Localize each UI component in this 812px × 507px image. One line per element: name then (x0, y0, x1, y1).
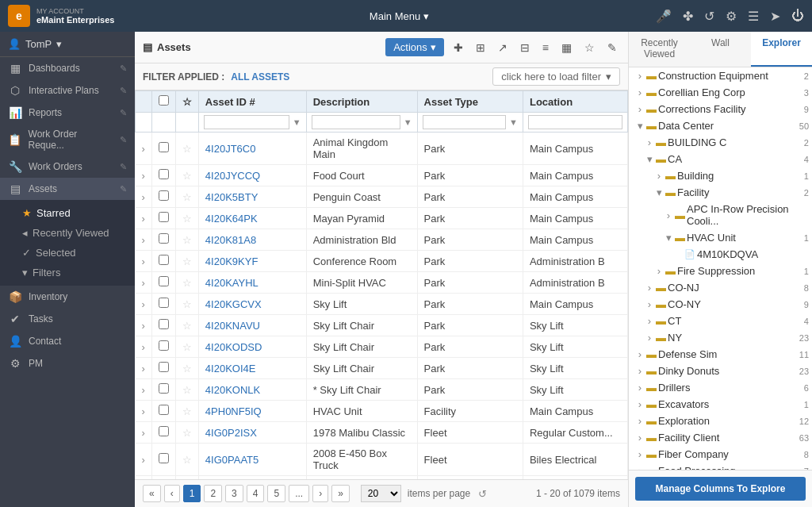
power-icon[interactable]: ⏻ (791, 9, 804, 23)
row-expand[interactable]: › (136, 133, 152, 165)
row-star[interactable]: ☆ (175, 379, 198, 401)
row-checkbox[interactable] (159, 362, 169, 372)
prev-page-button[interactable]: ‹ (164, 485, 180, 502)
col-location-header[interactable]: Location (523, 91, 627, 113)
row-asset-id[interactable]: 4I20KOI4E (198, 358, 306, 379)
row-asset-id[interactable]: 4I20KAYHL (198, 272, 306, 294)
filter-funnel-icon[interactable]: ▼ (293, 117, 301, 127)
page-3-button[interactable]: 3 (225, 485, 243, 502)
sidebar-item-tasks[interactable]: ✔ Tasks (0, 308, 135, 330)
col-asset-id-header[interactable]: Asset ID # (198, 91, 306, 113)
refresh-icon[interactable]: ↺ (478, 488, 487, 500)
row-expand[interactable]: › (136, 401, 152, 422)
col-description-header[interactable]: Description (306, 91, 417, 113)
page-4-button[interactable]: 4 (247, 485, 265, 502)
row-checkbox-cell[interactable] (151, 401, 175, 422)
row-checkbox[interactable] (159, 383, 169, 394)
star-icon[interactable]: ☆ (581, 40, 598, 56)
columns-icon[interactable]: ≡ (539, 40, 552, 56)
tree-item[interactable]: ▾▬HVAC Unit 1 (629, 229, 812, 246)
row-star[interactable]: ☆ (175, 358, 198, 379)
row-expand[interactable]: › (136, 336, 152, 358)
sidebar-item-pm[interactable]: ⚙ PM (0, 352, 135, 374)
page-1-button[interactable]: 1 (183, 485, 201, 502)
row-checkbox[interactable] (159, 255, 169, 265)
row-asset-id[interactable]: 4I20K64PK (198, 208, 306, 229)
sidebar-item-contact[interactable]: 👤 Contact (0, 330, 135, 352)
row-asset-id[interactable]: 4I20KODSD (198, 336, 306, 358)
row-asset-id[interactable]: 4I20JT6C0 (198, 133, 306, 165)
row-checkbox[interactable] (159, 405, 169, 415)
row-asset-id[interactable]: 4I20KNAVU (198, 315, 306, 336)
row-expand[interactable]: › (136, 165, 152, 186)
row-star[interactable]: ☆ (175, 251, 198, 272)
tree-item[interactable]: ›▬Fiber Company 8 (629, 446, 812, 463)
tree-item[interactable]: ›▬APC In-Row Precision Cooli... (629, 201, 812, 229)
tab-wall[interactable]: Wall (690, 32, 751, 67)
page-5-button[interactable]: 5 (267, 485, 285, 502)
row-checkbox[interactable] (159, 319, 169, 329)
row-asset-id[interactable]: 4IG0PAAT5 (198, 444, 306, 476)
row-expand[interactable]: › (136, 444, 152, 476)
col-asset-type-header[interactable]: Asset Type (417, 91, 523, 113)
row-expand[interactable]: › (136, 379, 152, 401)
row-checkbox[interactable] (159, 340, 169, 351)
row-checkbox-cell[interactable] (151, 422, 175, 444)
row-expand[interactable]: › (136, 251, 152, 272)
col-checkbox-header[interactable] (151, 91, 175, 113)
tree-item[interactable]: ›▬CO-NY 9 (629, 296, 812, 313)
tree-item[interactable]: ›▬Excavators 1 (629, 396, 812, 413)
row-checkbox-cell[interactable] (151, 444, 175, 476)
page-ellipsis-button[interactable]: ... (289, 485, 309, 502)
tree-item[interactable]: ›▬Fire Suppression 1 (629, 263, 812, 279)
sidebar-item-work-orders[interactable]: 🔧 Work Orders ✎ (0, 156, 135, 178)
row-expand[interactable]: › (136, 272, 152, 294)
row-star[interactable]: ☆ (175, 133, 198, 165)
mic-icon[interactable]: 🎤 (656, 9, 672, 24)
row-asset-id[interactable]: 4I20KGCVX (198, 294, 306, 315)
manage-columns-button[interactable]: Manage Columns To Explore (635, 477, 806, 501)
share-icon[interactable]: ↗ (495, 40, 511, 56)
filter-asset-id-input[interactable] (204, 115, 289, 129)
row-checkbox-cell[interactable] (151, 379, 175, 401)
filter-all-assets-link[interactable]: ALL ASSETS (231, 71, 289, 83)
row-checkbox-cell[interactable] (151, 336, 175, 358)
sidebar-sub-recently-viewed[interactable]: ◂ Recently Viewed (0, 223, 135, 243)
row-checkbox-cell[interactable] (151, 358, 175, 379)
actions-button[interactable]: Actions ▾ (385, 38, 444, 56)
tree-item[interactable]: ›▬Food Processing 7 (629, 463, 812, 470)
filter-type-funnel-icon[interactable]: ▼ (509, 117, 518, 127)
next-page-button[interactable]: › (312, 485, 328, 502)
tree-item[interactable]: ›▬Building 1 (629, 167, 812, 184)
filter-description-input[interactable] (312, 115, 400, 129)
row-star[interactable]: ☆ (175, 401, 198, 422)
row-asset-id[interactable]: 4I20K5BTY (198, 186, 306, 208)
filter-type-input[interactable] (423, 115, 506, 129)
row-star[interactable]: ☆ (175, 186, 198, 208)
row-checkbox[interactable] (159, 233, 169, 244)
tree-item[interactable]: ›▬CT 4 (629, 313, 812, 329)
row-expand[interactable]: › (136, 208, 152, 229)
row-checkbox-cell[interactable] (151, 315, 175, 336)
row-checkbox[interactable] (159, 453, 169, 463)
row-star[interactable]: ☆ (175, 229, 198, 251)
tree-item[interactable]: ▾▬CA 4 (629, 151, 812, 167)
grid-icon[interactable]: ✤ (683, 9, 693, 24)
row-asset-id[interactable]: 4I20KONLK (198, 379, 306, 401)
row-asset-id[interactable]: 4I20JYCCQ (198, 165, 306, 186)
row-checkbox-cell[interactable] (151, 186, 175, 208)
row-expand[interactable]: › (136, 294, 152, 315)
tree-item[interactable]: ▾▬Data Center 50 (629, 117, 812, 134)
layout-icon[interactable]: ⊞ (473, 40, 488, 56)
tree-item[interactable]: ›▬Facility Client 63 (629, 429, 812, 446)
tree-item[interactable]: ›▬Corrections Facility 9 (629, 101, 812, 117)
tree-item[interactable]: ▾▬Facility 2 (629, 184, 812, 201)
tree-item[interactable]: ›▬BUILDING C 2 (629, 134, 812, 151)
row-checkbox-cell[interactable] (151, 251, 175, 272)
row-asset-id[interactable]: 4IG0P2ISX (198, 422, 306, 444)
tree-item[interactable]: ›▬Construction Equipment 2 (629, 67, 812, 84)
row-checkbox[interactable] (159, 426, 169, 436)
sidebar-sub-filters[interactable]: ▾ Filters (0, 263, 135, 282)
sidebar-user[interactable]: 👤 TomP ▾ (0, 32, 135, 57)
row-checkbox[interactable] (159, 298, 169, 308)
